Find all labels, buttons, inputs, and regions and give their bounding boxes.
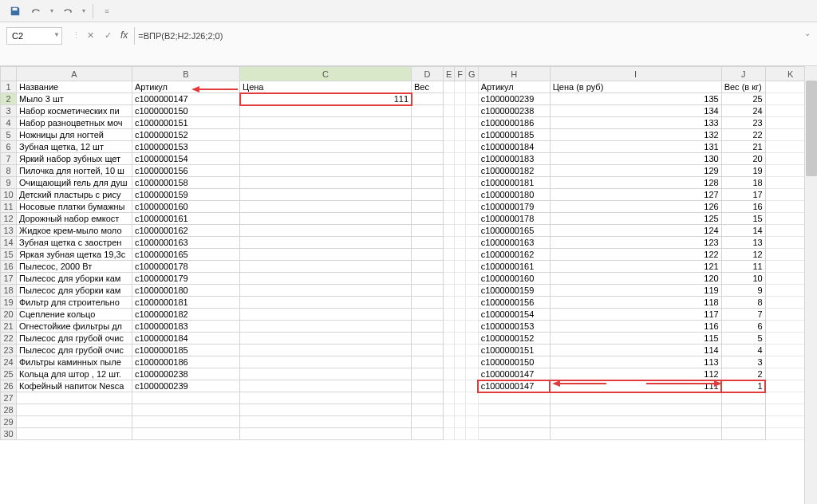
cell[interactable]: с1000000184 <box>478 141 550 153</box>
cell[interactable] <box>240 345 412 356</box>
cell[interactable] <box>412 201 444 213</box>
cell[interactable]: Детский пластырь с рису <box>17 189 132 201</box>
column-header[interactable]: J <box>721 67 765 81</box>
cell[interactable] <box>412 129 444 141</box>
cell[interactable]: Цена <box>240 81 412 93</box>
cell[interactable] <box>455 81 466 93</box>
cell[interactable] <box>455 189 466 201</box>
name-box[interactable]: C2 ▼ <box>6 27 62 45</box>
cell[interactable] <box>444 249 455 261</box>
cell[interactable] <box>478 428 550 440</box>
cell[interactable]: Артикул <box>132 81 240 93</box>
cell[interactable]: с1000000182 <box>132 309 240 321</box>
cell[interactable] <box>455 93 466 105</box>
cell[interactable] <box>444 165 455 177</box>
cell[interactable]: Вес <box>412 81 444 93</box>
cell[interactable] <box>721 404 765 416</box>
cell[interactable]: Кольца для штор , 12 шт. <box>17 368 132 380</box>
cell[interactable]: 4 <box>721 345 765 356</box>
row-header[interactable]: 18 <box>1 285 17 297</box>
redo-button[interactable] <box>59 2 77 20</box>
cell[interactable] <box>444 368 455 380</box>
cell[interactable]: Набор разноцветных моч <box>17 117 132 129</box>
cell[interactable] <box>444 380 455 392</box>
cell[interactable] <box>455 213 466 225</box>
column-header[interactable]: D <box>412 67 444 81</box>
cell[interactable]: с1000000150 <box>132 105 240 117</box>
row-header[interactable]: 9 <box>1 177 17 189</box>
cell[interactable] <box>466 153 479 165</box>
cell[interactable]: с1000000159 <box>478 285 550 297</box>
cell[interactable] <box>240 189 412 201</box>
cell[interactable] <box>444 321 455 333</box>
cell[interactable]: 22 <box>721 129 765 141</box>
cell[interactable] <box>466 285 479 297</box>
cell[interactable] <box>455 237 466 249</box>
column-header[interactable]: F <box>455 67 466 81</box>
cell[interactable]: с1000000147 <box>478 368 550 380</box>
cancel-formula-button[interactable]: ✕ <box>82 27 98 43</box>
row-header[interactable]: 4 <box>1 117 17 129</box>
cell[interactable]: с1000000156 <box>478 297 550 309</box>
cell[interactable] <box>412 177 444 189</box>
cell[interactable]: с1000000147 <box>132 93 240 105</box>
cell[interactable] <box>455 368 466 380</box>
cell[interactable] <box>455 404 466 416</box>
cell[interactable] <box>466 81 479 93</box>
cell[interactable] <box>444 117 455 129</box>
cell[interactable] <box>466 321 479 333</box>
row-header[interactable]: 10 <box>1 189 17 201</box>
cell[interactable] <box>466 237 479 249</box>
cell[interactable]: 14 <box>721 225 765 237</box>
cell[interactable] <box>444 333 455 345</box>
column-header[interactable]: H <box>478 67 550 81</box>
cell[interactable]: 17 <box>721 189 765 201</box>
cell[interactable]: Пылесос для грубой очис <box>17 333 132 345</box>
cell[interactable]: Пылесос для уборки кам <box>17 273 132 285</box>
cell[interactable] <box>721 428 765 440</box>
cell[interactable]: с1000000159 <box>132 189 240 201</box>
cell[interactable] <box>412 117 444 129</box>
cell[interactable]: Пылесос, 2000 Вт <box>17 261 132 273</box>
cell[interactable]: с1000000147 <box>478 380 550 392</box>
cell[interactable]: Мыло 3 шт <box>17 93 132 105</box>
dropdown-icon[interactable]: ▼ <box>48 2 56 20</box>
row-header[interactable]: 11 <box>1 201 17 213</box>
cell[interactable]: с1000000161 <box>478 261 550 273</box>
cell[interactable] <box>466 368 479 380</box>
cell[interactable]: Яркий набор зубных щет <box>17 153 132 165</box>
accept-formula-button[interactable]: ✓ <box>100 27 116 43</box>
row-header[interactable]: 23 <box>1 345 17 356</box>
cell[interactable] <box>240 428 412 440</box>
cell[interactable] <box>412 321 444 333</box>
cell[interactable]: Носовые платки бумажны <box>17 201 132 213</box>
column-header[interactable] <box>1 67 17 81</box>
cell[interactable]: с1000000160 <box>478 273 550 285</box>
cell[interactable]: с1000000158 <box>132 177 240 189</box>
cell[interactable] <box>412 380 444 392</box>
cell[interactable] <box>466 225 479 237</box>
cell[interactable]: Жидкое крем-мыло моло <box>17 225 132 237</box>
cell[interactable]: Дорожный набор емкост <box>17 213 132 225</box>
row-header[interactable]: 24 <box>1 356 17 368</box>
cell[interactable] <box>455 201 466 213</box>
cell[interactable] <box>412 225 444 237</box>
cell[interactable] <box>444 177 455 189</box>
cell[interactable] <box>466 333 479 345</box>
cell[interactable] <box>412 345 444 356</box>
cell[interactable]: с1000000178 <box>478 213 550 225</box>
row-header[interactable]: 25 <box>1 368 17 380</box>
cell[interactable]: 121 <box>550 261 721 273</box>
cell[interactable]: 113 <box>550 356 721 368</box>
cell[interactable]: Фильтр для строительно <box>17 297 132 309</box>
cell[interactable] <box>478 404 550 416</box>
cell[interactable]: с1000000152 <box>132 129 240 141</box>
cell[interactable] <box>240 201 412 213</box>
cell[interactable] <box>412 237 444 249</box>
cell[interactable]: 13 <box>721 237 765 249</box>
cell[interactable] <box>455 297 466 309</box>
cell[interactable]: 9 <box>721 285 765 297</box>
cell[interactable] <box>550 404 721 416</box>
cell[interactable] <box>412 309 444 321</box>
cell[interactable] <box>466 404 479 416</box>
